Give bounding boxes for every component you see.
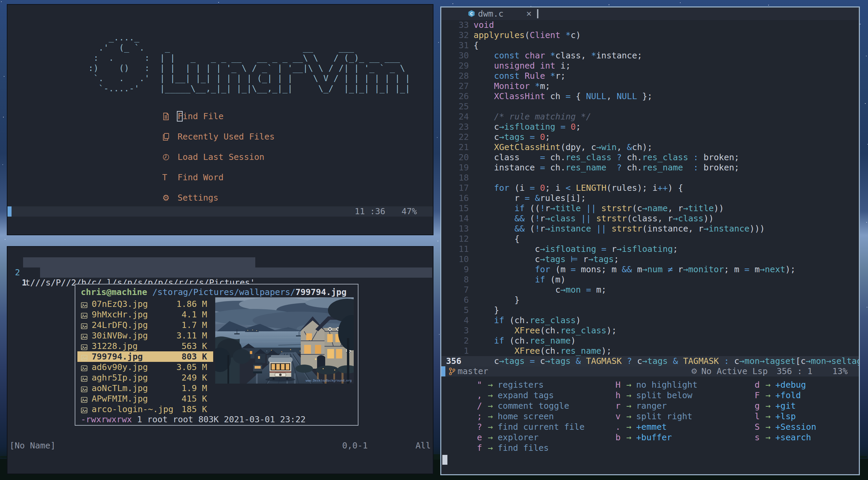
code-line[interactable]: 2 if (ch.res_name) — [441, 336, 859, 346]
code-line[interactable]: 28 const Rule *r; — [441, 71, 859, 81]
code-line[interactable]: 27 Monitor *m; — [441, 81, 859, 91]
code-line[interactable]: 8 if (m) — [441, 275, 859, 285]
file-name: 31228.jpg — [92, 341, 137, 351]
code-line[interactable]: 33void — [441, 20, 859, 30]
whichkey-key: F — [747, 390, 760, 401]
arrow-icon: → — [765, 390, 771, 401]
line-number: 8 — [441, 275, 474, 285]
code-line[interactable]: 11 c→isfloating = r→isfloating; — [441, 244, 859, 254]
file-row[interactable]: ad6v90y.jpg3.05 M — [75, 362, 215, 372]
whichkey-key: d — [747, 380, 760, 390]
code-line-current[interactable]: 356 c→tags = c→tags & TAGMASK ? c→tags &… — [441, 356, 859, 366]
menu-item-load-last-session[interactable]: Load Last Session — [162, 152, 275, 162]
code-line[interactable]: 1 XFree(ch.res_name); — [441, 346, 859, 356]
code-line[interactable]: 3 XFree(ch.res_class); — [441, 326, 859, 336]
menu-item-find-word[interactable]: TFind Word — [162, 172, 275, 183]
code-line[interactable]: 15 if ((!r→title || strstr(c→name, r→tit… — [441, 203, 859, 214]
code-line[interactable]: 29 unsigned int i; — [441, 61, 859, 71]
file-row[interactable]: arco-login-~.jpg185 K — [75, 404, 215, 414]
file-row[interactable]: 24LrDFQ.jpg1.7 M — [75, 320, 215, 330]
git-branch-name: master — [458, 366, 488, 376]
arrow-icon: → — [626, 432, 631, 443]
lunarvim-dashboard-window[interactable]: _...._ .' (_ `. _ __ ___ : . : | | _ _ _… — [7, 4, 433, 235]
code-line[interactable]: 32applyrules(Client *c) — [441, 30, 859, 40]
code-line[interactable]: 13 && (!r→instance || strstr(instance, r… — [441, 224, 859, 234]
code-area[interactable]: 33void32applyrules(Client *c)31{30 const… — [441, 20, 859, 366]
file-row[interactable]: 30iNVBw.jpg3.11 M — [75, 330, 215, 341]
line-number: 3 — [441, 326, 474, 336]
menu-item-recently-used-files[interactable]: Recently Used Files — [162, 132, 275, 142]
whichkey-label: explorer — [498, 432, 538, 443]
file-name: APwFMIM.jpg — [92, 393, 148, 404]
editor-window[interactable]: C dwm.c × 33void32applyrules(Client *c)3… — [440, 6, 860, 475]
whichkey-label: +search — [775, 432, 811, 443]
file-row[interactable]: 9hMxcHr.jpg4.1 M — [75, 309, 215, 320]
code-line[interactable]: 17 for (i = 0; i < LENGTH(rules); i++) { — [441, 183, 859, 193]
code-line[interactable]: 4 if (ch.res_class) — [441, 315, 859, 326]
arrow-icon: → — [765, 432, 771, 443]
tab-close-icon[interactable]: × — [526, 7, 532, 20]
code-line[interactable]: 20 class = ch.res_class ? ch.res_class :… — [441, 152, 859, 163]
code-line[interactable]: 24 /* rule matching */ — [441, 112, 859, 122]
line-number: 5 — [441, 305, 474, 315]
file-row[interactable]: aoNcTLm.jpg1.9 M — [75, 383, 215, 393]
code-line[interactable]: 18 — [441, 173, 859, 183]
file-browser-window[interactable]: 2 t///s/P//2/h/c/.l/s/n/s/p/p/s/r/r/s/Pi… — [7, 246, 433, 474]
whichkey-column-3: d→+debugF→+foldg→+gitl→+lspS→+Sessions→+… — [747, 380, 816, 443]
code-line[interactable]: 6 } — [441, 295, 859, 305]
line-text: if (m) — [474, 275, 859, 285]
whichkey-key: s — [747, 432, 760, 443]
file-name: 799794.jpg — [92, 351, 143, 362]
line-text: c→tags = c→tags & TAGMASK ? c→tags & TAG… — [474, 356, 859, 366]
code-line[interactable]: 19 instance = ch.res_name ? ch.res_name … — [441, 163, 859, 173]
file-name: arco-login-~.jpg — [92, 404, 173, 414]
buffer-line[interactable]: 1 — [7, 257, 433, 267]
whichkey-binding: f→find files — [469, 443, 585, 453]
image-file-icon — [81, 300, 88, 307]
image-preview: www.DesktopBackground.org — [215, 297, 354, 384]
whichkey-binding: b→+buffer — [608, 432, 698, 443]
code-line[interactable]: 23 c→isfloating = 0; — [441, 122, 859, 132]
file-row[interactable]: APwFMIM.jpg415 K — [75, 393, 215, 404]
whichkey-column-1: "→registers,→expand tags/→comment toggle… — [469, 380, 585, 453]
file-name: 07nEzQ3.jpg — [92, 299, 148, 309]
line-number: 7 — [441, 285, 474, 295]
tabline: C dwm.c × — [441, 7, 859, 20]
whichkey-key: S — [747, 422, 760, 432]
file-size: 1.9 M — [182, 383, 207, 393]
file-row[interactable]: aghr5Ip.jpg249 K — [75, 372, 215, 383]
image-file-icon — [81, 406, 88, 412]
arrow-icon: → — [626, 422, 631, 432]
code-line[interactable]: 16 r = &rules[i]; — [441, 193, 859, 203]
code-line[interactable]: 14 && (!r→class || strstr(class, r→class… — [441, 214, 859, 224]
buffer-line[interactable]: 2 t///s/P//2/h/c/.l/s/n/s/p/p/s/r/r/s/Pi… — [7, 247, 433, 257]
code-line[interactable]: 25 — [441, 101, 859, 112]
file-size: 3.05 M — [177, 362, 207, 372]
code-line[interactable]: 21 XGetClassHint(dpy, c→win, &ch); — [441, 142, 859, 152]
whichkey-label: +emmet — [636, 422, 667, 432]
code-line[interactable]: 31{ — [441, 40, 859, 51]
file-row[interactable]: 07nEzQ3.jpg1.86 M — [75, 299, 215, 309]
line-number: 33 — [441, 20, 474, 30]
whichkey-key: / — [469, 401, 482, 411]
code-line[interactable]: 26 XClassHint ch = { NULL, NULL }; — [441, 91, 859, 101]
whichkey-binding: F→+fold — [747, 390, 816, 401]
tabline-separator — [537, 9, 538, 18]
menu-item-settings[interactable]: ⚙Settings — [162, 193, 275, 203]
scroll-indicator: All — [415, 441, 431, 451]
code-line[interactable]: 5 } — [441, 305, 859, 315]
code-line[interactable]: 7 c→mon = m; — [441, 285, 859, 295]
line-text: applyrules(Client *c) — [474, 30, 859, 40]
code-line[interactable]: 22 c→tags = 0; — [441, 132, 859, 142]
editor-statusline: master ⚙ No Active Lsp 356 : 1 13% — [441, 366, 859, 376]
file-row[interactable]: 31228.jpg563 K — [75, 341, 215, 351]
code-line[interactable]: 30 const char *class, *instance; — [441, 51, 859, 61]
image-file-icon — [81, 332, 88, 339]
whichkey-label: no highlight — [636, 380, 698, 390]
code-line[interactable]: 12 { — [441, 234, 859, 244]
code-line[interactable]: 9 for (m = mons; m && m→num ≠ r→monitor;… — [441, 264, 859, 275]
image-file-icon — [81, 321, 88, 328]
tab-dwm-c[interactable]: C dwm.c × — [462, 7, 540, 20]
file-row[interactable]: 799794.jpg803 K — [75, 351, 215, 362]
code-line[interactable]: 10 c→tags ⊨ r→tags; — [441, 254, 859, 264]
